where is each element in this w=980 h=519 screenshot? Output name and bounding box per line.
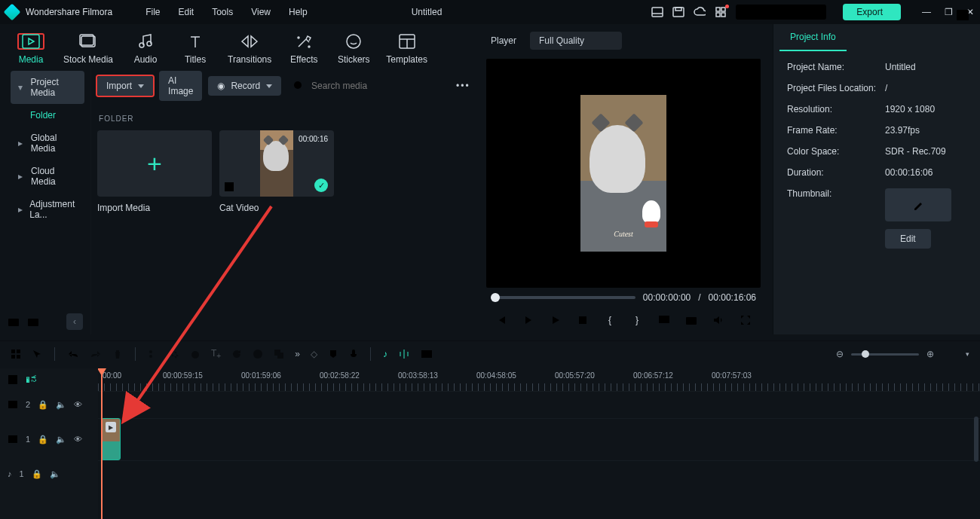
new-folder-icon[interactable]	[8, 316, 20, 327]
lane-v1[interactable]	[98, 418, 980, 460]
tab-effects[interactable]: Effects	[280, 30, 327, 66]
library-adjustment-layer[interactable]: ▸Adjustment La...	[11, 193, 84, 226]
keyframe-icon[interactable]: ◇	[311, 349, 317, 359]
mark-out-button[interactable]: }	[630, 313, 644, 327]
layout-grid-icon[interactable]	[11, 349, 21, 359]
media-clip-card[interactable]: 00:00:16 ✓ Cat Video	[219, 130, 334, 213]
tab-audio[interactable]: Audio	[122, 30, 169, 66]
tab-transitions[interactable]: Transitions	[222, 30, 277, 66]
layout-icon[interactable]	[651, 6, 663, 18]
camera-icon[interactable]	[684, 313, 698, 327]
tab-titles[interactable]: Titles	[172, 30, 219, 66]
library-folder[interactable]: Folder	[11, 104, 84, 127]
playhead[interactable]	[101, 368, 103, 519]
search-input[interactable]	[310, 80, 426, 92]
maximize-button[interactable]: ❐	[945, 7, 953, 17]
play-button[interactable]	[549, 313, 562, 327]
lock-icon[interactable]: 🔒	[38, 400, 48, 410]
redo-button[interactable]	[90, 349, 102, 359]
tab-stickers[interactable]: Stickers	[330, 30, 377, 66]
mute-icon[interactable]: 🔈	[56, 435, 66, 444]
volume-icon[interactable]	[712, 313, 725, 327]
timeline-tracks[interactable]: 00:00 00:00:59:15 00:01:59:06 00:02:58:2…	[98, 368, 980, 519]
timeline-clip[interactable]: ▶	[101, 418, 121, 460]
menu-file[interactable]: File	[138, 4, 167, 20]
lane-v2[interactable]	[98, 391, 980, 418]
mark-in-button[interactable]: {	[603, 313, 617, 327]
track-v2[interactable]: 2🔒🔈👁	[0, 391, 98, 418]
mic-icon[interactable]	[349, 349, 358, 359]
zoom-out-icon[interactable]: ⊖	[836, 349, 844, 359]
speed-button[interactable]	[190, 349, 201, 359]
manage-tracks-icon[interactable]	[8, 374, 18, 385]
new-bin-icon[interactable]	[27, 316, 39, 327]
vertical-scrollbar[interactable]	[974, 417, 978, 462]
search-media[interactable]	[287, 75, 432, 96]
record-button[interactable]: ◉Record	[208, 76, 281, 96]
eye-icon[interactable]: 👁	[74, 400, 82, 409]
ruler-tick: 00:06:57:12	[633, 371, 673, 380]
library-project-media[interactable]: ▾Project Media	[11, 71, 84, 104]
marker-shield-icon[interactable]	[328, 349, 338, 359]
rotate-button[interactable]	[231, 349, 242, 359]
timeline-zoom[interactable]: ⊖ ⊕	[836, 349, 934, 359]
menu-edit[interactable]: Edit	[171, 4, 202, 20]
group-button[interactable]	[274, 349, 284, 359]
filter-icon[interactable]	[438, 81, 450, 91]
lane-a1[interactable]	[98, 460, 980, 487]
text-button[interactable]: T+	[211, 348, 221, 360]
lock-icon[interactable]: 🔒	[32, 469, 42, 479]
more-tools-icon[interactable]: »	[295, 349, 300, 359]
crop-button[interactable]	[169, 349, 179, 359]
stop-button[interactable]	[576, 313, 590, 327]
tab-media[interactable]: Media	[8, 30, 54, 66]
import-media-card[interactable]: + Import Media	[97, 130, 212, 213]
prev-frame-button[interactable]	[495, 313, 508, 327]
ai-image-button[interactable]: AI Image	[159, 71, 202, 101]
time-ruler[interactable]: 00:00 00:00:59:15 00:01:59:06 00:02:58:2…	[98, 368, 980, 391]
delete-button[interactable]	[112, 349, 123, 359]
audio-mixer-icon[interactable]: ♪	[383, 349, 387, 359]
library-cloud-media[interactable]: ▸Cloud Media	[11, 160, 84, 193]
track-a1[interactable]: ♪1🔒🔈	[0, 460, 98, 487]
chevron-down-icon[interactable]: ▾	[966, 350, 969, 358]
library-global-media[interactable]: ▸Global Media	[11, 127, 84, 160]
link-icon[interactable]: �నే	[26, 375, 38, 384]
zoom-in-icon[interactable]: ⊕	[926, 349, 934, 359]
tab-templates[interactable]: Templates	[380, 30, 433, 66]
zoom-slider[interactable]	[851, 353, 919, 356]
mute-icon[interactable]: 🔈	[50, 469, 60, 479]
cursor-icon[interactable]	[32, 349, 42, 359]
lock-icon[interactable]: 🔒	[38, 435, 48, 444]
display-icon[interactable]	[657, 313, 671, 327]
collapse-sidebar-button[interactable]: ‹	[66, 313, 83, 330]
snapshot-icon[interactable]	[956, 9, 969, 21]
render-preview-icon[interactable]	[421, 350, 433, 359]
thumbnail-edit-button[interactable]	[885, 188, 951, 221]
mute-icon[interactable]: 🔈	[56, 400, 66, 410]
save-icon[interactable]	[672, 6, 684, 18]
svg-point-41	[149, 355, 152, 358]
account-area[interactable]	[736, 5, 826, 20]
playback-quality-select[interactable]: Full Quality	[530, 32, 622, 50]
fullscreen-icon[interactable]	[739, 313, 752, 327]
minimize-button[interactable]: —	[922, 7, 931, 17]
cloud-icon[interactable]	[694, 6, 706, 18]
edit-button[interactable]: Edit	[885, 229, 931, 249]
tab-project-info[interactable]: Project Info	[779, 24, 847, 51]
eye-icon[interactable]: 👁	[74, 435, 82, 444]
player-viewport[interactable]: Cutest	[486, 59, 761, 288]
more-icon[interactable]: •••	[456, 81, 470, 91]
undo-button[interactable]	[67, 349, 79, 359]
track-display-icon[interactable]	[945, 349, 955, 359]
tab-stock-media[interactable]: Stock Media	[57, 30, 119, 66]
auto-beat-icon[interactable]	[398, 349, 410, 359]
split-button[interactable]	[148, 349, 158, 359]
export-button[interactable]: Export	[843, 4, 901, 20]
apps-icon[interactable]	[715, 6, 727, 18]
track-v1[interactable]: 1🔒🔈👁	[0, 418, 98, 460]
playhead-scrubber[interactable]	[491, 296, 635, 299]
import-button[interactable]: Import	[97, 76, 153, 96]
play-forward-button[interactable]	[522, 313, 535, 327]
color-button[interactable]	[253, 349, 263, 359]
